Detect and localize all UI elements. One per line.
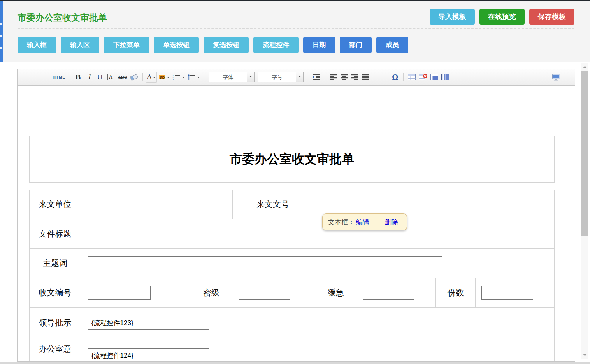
- cell-laiwen-danwei: [81, 190, 233, 219]
- zhutici-input[interactable]: [88, 256, 442, 270]
- justify-icon: [362, 74, 370, 80]
- rich-text-editor: HTML B I U A ABC A ab 1 2 3: [17, 69, 575, 362]
- table-props-button[interactable]: [440, 72, 450, 83]
- label-lingdao-pishi: 领导批示: [30, 308, 81, 338]
- online-preview-button[interactable]: 在线预览: [479, 9, 525, 25]
- insert-table-icon: [408, 74, 416, 80]
- table-row: 领导批示: [30, 308, 555, 338]
- form-title-cell: 市委办公室收文审批单: [29, 136, 555, 183]
- page-title: 市委办公室收文审批单: [18, 12, 107, 24]
- italic-button[interactable]: I: [84, 72, 94, 83]
- font-color-button[interactable]: A: [146, 72, 157, 83]
- special-char-button[interactable]: Ω: [390, 72, 400, 83]
- preview-button[interactable]: [551, 72, 562, 83]
- scrollbar-thumb[interactable]: [581, 71, 588, 236]
- font-size-dropdown-button[interactable]: [296, 72, 303, 82]
- table-cell-props-icon: [430, 74, 438, 80]
- indent-button[interactable]: [311, 72, 321, 83]
- bangongshi-yijian-input[interactable]: [88, 348, 209, 362]
- font-size-value: 字号: [258, 72, 296, 82]
- widget-checkbox-button[interactable]: 复选按钮: [204, 37, 249, 53]
- toolbar-separator: [374, 73, 374, 81]
- miji-input[interactable]: [239, 286, 290, 300]
- laiwen-wenhao-input[interactable]: [322, 198, 502, 211]
- cell-zhutici: [81, 249, 555, 278]
- arrow-down-icon: [583, 354, 587, 358]
- table-cell-props-button[interactable]: [429, 72, 439, 83]
- label-miji: 密级: [186, 278, 237, 308]
- char-border-button[interactable]: A: [106, 72, 116, 83]
- cell-wenjian-biaoti: [81, 219, 555, 249]
- widget-flow-control-button[interactable]: 流程控件: [253, 37, 299, 53]
- justify-button[interactable]: [361, 72, 371, 83]
- horizontal-rule-button[interactable]: —: [378, 72, 389, 83]
- widget-radio-button[interactable]: 单选按钮: [154, 37, 199, 53]
- huanji-input[interactable]: [363, 286, 414, 300]
- tooltip-label: 文本框：: [328, 218, 355, 227]
- scroll-up-button[interactable]: [581, 63, 588, 70]
- widget-department-button[interactable]: 部门: [340, 37, 372, 53]
- unordered-list-button[interactable]: [186, 72, 201, 83]
- tooltip-delete-link[interactable]: 删除: [385, 218, 398, 227]
- font-family-value: 字体: [209, 72, 247, 82]
- editor-toolbar: HTML B I U A ABC A ab 1 2 3: [18, 69, 575, 86]
- label-laiwen-wenhao: 来文文号: [233, 190, 314, 219]
- widget-dropdown-button[interactable]: 下拉菜单: [104, 37, 149, 53]
- table-row: 文件标题: [30, 219, 555, 249]
- align-left-icon: [329, 74, 337, 80]
- widget-textarea-button[interactable]: 输入区: [61, 37, 99, 53]
- insert-table-button[interactable]: [407, 72, 417, 83]
- bold-button[interactable]: B: [73, 72, 83, 83]
- monitor-icon: [552, 74, 560, 81]
- highlight-color-button[interactable]: ab: [158, 72, 170, 83]
- remove-format-button[interactable]: [129, 72, 139, 83]
- background-page-strip: [0, 1, 3, 62]
- widget-date-button[interactable]: 日期: [303, 37, 335, 53]
- html-source-button[interactable]: HTML: [51, 72, 67, 83]
- font-family-dropdown-button[interactable]: [247, 72, 254, 82]
- toolbar-separator: [142, 73, 143, 81]
- import-template-button[interactable]: 导入模板: [430, 9, 475, 25]
- strikethrough-button[interactable]: ABC: [117, 72, 128, 83]
- laiwen-danwei-input[interactable]: [88, 198, 209, 211]
- cell-fenshu: [476, 278, 555, 308]
- chevron-down-icon: [182, 77, 184, 79]
- font-size-select[interactable]: 字号: [258, 72, 304, 82]
- svg-text:3: 3: [172, 78, 174, 81]
- table-row: 来文单位 来文文号: [30, 190, 555, 219]
- fenshu-input[interactable]: [481, 286, 533, 300]
- highlight-icon: ab: [159, 75, 165, 79]
- table-row: 收文编号 密级 缓急 份数: [30, 278, 555, 308]
- scroll-down-button[interactable]: [581, 352, 588, 359]
- align-right-button[interactable]: [350, 72, 360, 83]
- vertical-scrollbar[interactable]: [581, 63, 588, 359]
- editor-content[interactable]: 市委办公室收文审批单 来文单位 来文文号 文件标题: [18, 136, 575, 362]
- char-border-icon: A: [107, 74, 114, 80]
- cell-miji: [237, 278, 314, 308]
- unordered-list-icon: [188, 74, 196, 80]
- font-color-icon: A: [147, 73, 152, 81]
- table-props-icon: [441, 74, 449, 80]
- cell-lingdao-pishi: [81, 308, 555, 338]
- font-family-select[interactable]: 字体: [209, 72, 255, 82]
- toolbar-separator: [204, 73, 204, 81]
- align-left-button[interactable]: [328, 72, 338, 83]
- indent-icon: [313, 74, 320, 80]
- align-center-button[interactable]: [339, 72, 349, 83]
- tooltip-edit-link[interactable]: 编辑: [356, 218, 369, 227]
- cell-bangongshi-yijian: [81, 338, 555, 362]
- underline-button[interactable]: U: [95, 72, 105, 83]
- chevron-down-icon: [167, 77, 169, 79]
- widget-member-button[interactable]: 成员: [376, 37, 408, 53]
- viewport-bottom-strip: [0, 362, 590, 364]
- arrow-up-icon: [583, 64, 587, 68]
- label-wenjian-biaoti: 文件标题: [30, 219, 81, 249]
- save-template-button[interactable]: 保存模板: [529, 9, 574, 25]
- lingdao-pishi-input[interactable]: [88, 316, 209, 330]
- header-action-buttons: 导入模板 在线预览 保存模板: [430, 9, 574, 25]
- widget-input-box-button[interactable]: 输入框: [18, 37, 56, 53]
- delete-table-button[interactable]: [418, 72, 428, 83]
- ordered-list-button[interactable]: 1 2 3: [171, 72, 186, 83]
- label-huanji: 缓急: [313, 278, 358, 308]
- shouwen-bianhao-input[interactable]: [88, 286, 151, 300]
